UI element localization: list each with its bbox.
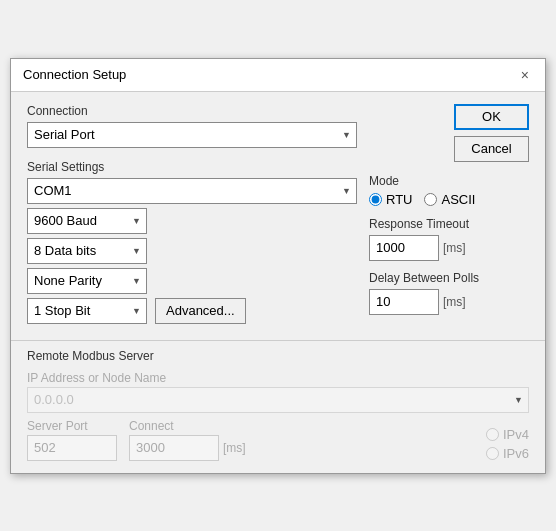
remote-bottom-row: Server Port Connect [ms] IPv4 [27, 419, 529, 461]
response-timeout-label: Response Timeout [369, 217, 529, 231]
connect-col: Connect [ms] [129, 419, 246, 461]
parity-select-wrapper: None Parity Even Parity Odd Parity [27, 268, 147, 294]
ascii-label: ASCII [441, 192, 475, 207]
server-port-col: Server Port [27, 419, 117, 461]
ok-button[interactable]: OK [454, 104, 529, 130]
server-port-input [27, 435, 117, 461]
connection-select[interactable]: Serial Port TCP/IP UDP [27, 122, 357, 148]
response-timeout-input[interactable] [369, 235, 439, 261]
dialog-title: Connection Setup [23, 67, 126, 82]
data-bits-select-wrapper: 8 Data bits 7 Data bits [27, 238, 147, 264]
response-timeout-row: [ms] [369, 235, 529, 261]
ipv4-radio-label: IPv4 [486, 427, 529, 442]
serial-small-selects: 9600 Baud 19200 Baud 38400 Baud 57600 Ba… [27, 208, 357, 324]
left-panel: Connection Serial Port TCP/IP UDP Serial… [27, 104, 357, 324]
ip-select: 0.0.0.0 [27, 387, 529, 413]
stop-row: 1 Stop Bit 2 Stop Bits Advanced... [27, 298, 357, 324]
mode-group: Mode RTU ASCII [369, 174, 529, 207]
remote-modbus-label: Remote Modbus Server [27, 349, 529, 363]
ipv-group: IPv4 IPv6 [486, 427, 529, 461]
port-select-wrapper: COM1 COM2 COM3 COM4 [27, 178, 357, 204]
ipv6-label: IPv6 [503, 446, 529, 461]
advanced-button[interactable]: Advanced... [155, 298, 246, 324]
baud-select[interactable]: 9600 Baud 19200 Baud 38400 Baud 57600 Ba… [27, 208, 147, 234]
server-port-label: Server Port [27, 419, 117, 433]
ipv4-label: IPv4 [503, 427, 529, 442]
delay-polls-row: [ms] [369, 289, 529, 315]
response-timeout-unit: [ms] [443, 241, 466, 255]
remote-fields: IP Address or Node Name 0.0.0.0 Server P… [27, 371, 529, 461]
remote-modbus-section: Remote Modbus Server IP Address or Node … [11, 341, 545, 473]
rtu-label: RTU [386, 192, 412, 207]
ipv6-radio-label: IPv6 [486, 446, 529, 461]
data-bits-select[interactable]: 8 Data bits 7 Data bits [27, 238, 147, 264]
stop-bit-select-wrapper: 1 Stop Bit 2 Stop Bits [27, 298, 147, 324]
ip-field-group: IP Address or Node Name 0.0.0.0 [27, 371, 529, 413]
ascii-radio-label[interactable]: ASCII [424, 192, 475, 207]
serial-settings-label: Serial Settings [27, 160, 357, 174]
connection-setup-dialog: Connection Setup × Connection Serial Por… [10, 58, 546, 474]
parity-select[interactable]: None Parity Even Parity Odd Parity [27, 268, 147, 294]
close-button[interactable]: × [517, 67, 533, 83]
delay-polls-unit: [ms] [443, 295, 466, 309]
ip-field-label: IP Address or Node Name [27, 371, 529, 385]
rtu-radio-label[interactable]: RTU [369, 192, 412, 207]
connect-input [129, 435, 219, 461]
cancel-button[interactable]: Cancel [454, 136, 529, 162]
ip-select-wrapper: 0.0.0.0 [27, 387, 529, 413]
port-select[interactable]: COM1 COM2 COM3 COM4 [27, 178, 357, 204]
button-group: OK Cancel [369, 104, 529, 162]
mode-label: Mode [369, 174, 529, 188]
right-panel: OK Cancel Mode RTU ASCII Response [369, 104, 529, 324]
connection-label: Connection [27, 104, 357, 118]
mode-radio-row: RTU ASCII [369, 192, 529, 207]
connection-select-wrapper: Serial Port TCP/IP UDP [27, 122, 357, 148]
baud-select-wrapper: 9600 Baud 19200 Baud 38400 Baud 57600 Ba… [27, 208, 147, 234]
connect-row: [ms] [129, 435, 246, 461]
delay-polls-label: Delay Between Polls [369, 271, 529, 285]
ascii-radio[interactable] [424, 193, 437, 206]
delay-polls-input[interactable] [369, 289, 439, 315]
connect-unit: [ms] [223, 441, 246, 455]
title-bar: Connection Setup × [11, 59, 545, 92]
delay-polls-group: Delay Between Polls [ms] [369, 271, 529, 315]
response-timeout-group: Response Timeout [ms] [369, 217, 529, 261]
dialog-body: Connection Serial Port TCP/IP UDP Serial… [11, 92, 545, 340]
rtu-radio[interactable] [369, 193, 382, 206]
ipv6-radio [486, 447, 499, 460]
stop-bit-select[interactable]: 1 Stop Bit 2 Stop Bits [27, 298, 147, 324]
ipv4-radio [486, 428, 499, 441]
connect-label: Connect [129, 419, 246, 433]
